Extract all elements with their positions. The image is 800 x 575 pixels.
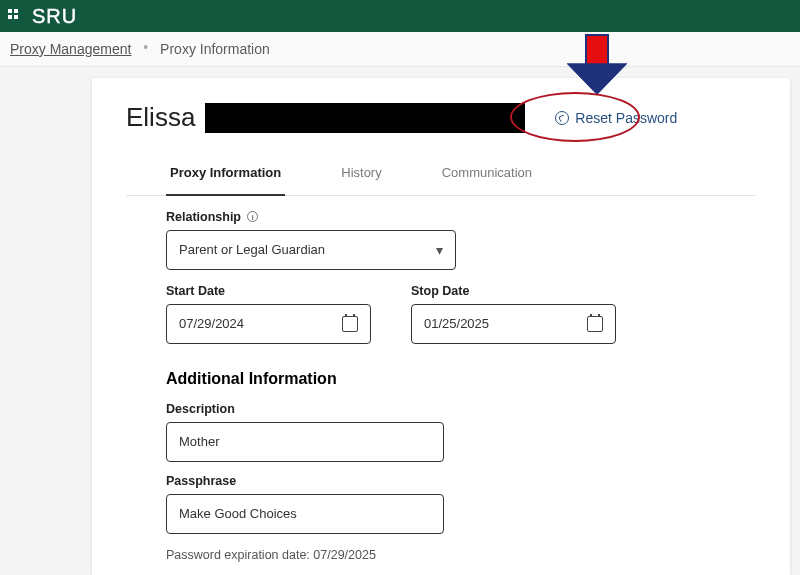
description-input[interactable]: Mother bbox=[166, 422, 444, 462]
stop-date-label: Stop Date bbox=[411, 284, 616, 298]
start-date-label: Start Date bbox=[166, 284, 371, 298]
relationship-select[interactable]: Parent or Legal Guardian ▾ bbox=[166, 230, 456, 270]
page-header: Elissa Reset Password bbox=[126, 102, 756, 133]
proxy-first-name: Elissa bbox=[126, 102, 195, 133]
redacted-last-name bbox=[205, 103, 525, 133]
breadcrumb-root-link[interactable]: Proxy Management bbox=[10, 41, 131, 57]
tab-proxy-information[interactable]: Proxy Information bbox=[166, 153, 285, 196]
calendar-icon[interactable] bbox=[587, 316, 603, 332]
reset-password-label: Reset Password bbox=[575, 110, 677, 126]
passphrase-value: Make Good Choices bbox=[179, 506, 297, 521]
breadcrumb: Proxy Management • Proxy Information bbox=[0, 32, 800, 67]
chevron-down-icon: ▾ bbox=[436, 242, 443, 258]
passphrase-label: Passphrase bbox=[166, 474, 756, 488]
info-icon[interactable]: i bbox=[247, 211, 258, 222]
apps-icon[interactable] bbox=[8, 9, 22, 23]
passphrase-input[interactable]: Make Good Choices bbox=[166, 494, 444, 534]
description-value: Mother bbox=[179, 434, 219, 449]
relationship-value: Parent or Legal Guardian bbox=[179, 242, 325, 257]
relationship-label: Relationship i bbox=[166, 210, 756, 224]
breadcrumb-separator: • bbox=[143, 39, 148, 55]
content-card: Elissa Reset Password Proxy Information … bbox=[92, 78, 790, 575]
stop-date-input[interactable]: 01/25/2025 bbox=[411, 304, 616, 344]
password-expiration-text: Password expiration date: 07/29/2025 bbox=[166, 548, 756, 562]
start-date-input[interactable]: 07/29/2024 bbox=[166, 304, 371, 344]
form-area: Relationship i Parent or Legal Guardian … bbox=[126, 196, 756, 576]
reset-password-link[interactable]: Reset Password bbox=[555, 110, 677, 126]
calendar-icon[interactable] bbox=[342, 316, 358, 332]
description-label: Description bbox=[166, 402, 756, 416]
breadcrumb-current: Proxy Information bbox=[160, 41, 270, 57]
tab-bar: Proxy Information History Communication bbox=[126, 153, 756, 196]
tab-history[interactable]: History bbox=[337, 153, 385, 195]
top-bar: SRU bbox=[0, 0, 800, 32]
additional-info-heading: Additional Information bbox=[166, 370, 756, 388]
refresh-icon bbox=[555, 111, 569, 125]
tab-communication[interactable]: Communication bbox=[438, 153, 536, 195]
stop-date-value: 01/25/2025 bbox=[424, 316, 489, 331]
brand-logo: SRU bbox=[32, 5, 77, 28]
start-date-value: 07/29/2024 bbox=[179, 316, 244, 331]
